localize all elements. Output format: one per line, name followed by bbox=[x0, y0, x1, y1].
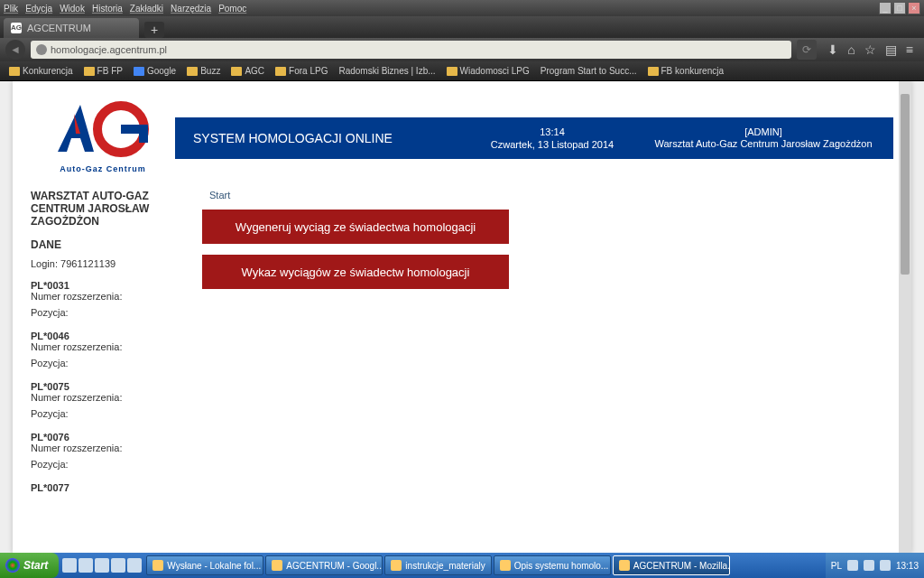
folder-icon bbox=[9, 67, 20, 76]
back-button[interactable]: ◄ bbox=[5, 40, 25, 60]
bookmark-item[interactable]: Radomski Biznes | Izb... bbox=[335, 64, 439, 78]
url-text: homologacje.agcentrum.pl bbox=[51, 44, 167, 55]
tray-clock[interactable]: 13:13 bbox=[896, 561, 919, 571]
folder-icon bbox=[84, 67, 95, 76]
firefox-menubar: Plik Edycja Widok Historia Zakładki Narz… bbox=[0, 0, 924, 16]
sidebar: WARSZTAT AUTO-GAZ CENTRUM JAROSŁAW ZAGOŻ… bbox=[31, 190, 193, 506]
windows-logo-icon bbox=[5, 558, 20, 573]
ql-icon[interactable] bbox=[62, 558, 77, 573]
window-maximize[interactable]: □ bbox=[893, 2, 906, 14]
ql-icon[interactable] bbox=[111, 558, 125, 573]
bookmark-item[interactable]: Buzz bbox=[183, 64, 224, 78]
login-info: Login: 7961121139 bbox=[31, 258, 193, 269]
tab-bar: AG AGCENTRUM + bbox=[0, 16, 924, 38]
app-icon bbox=[152, 560, 163, 571]
header-user: Warsztat Auto-Gaz Centrum Jarosław Zagoż… bbox=[641, 138, 886, 150]
header-role: [ADMIN] bbox=[641, 126, 886, 138]
folder-icon bbox=[447, 67, 457, 76]
bookmark-item[interactable]: FB konkurencja bbox=[644, 64, 727, 78]
vertical-scrollbar[interactable] bbox=[899, 81, 911, 553]
windows-taskbar: Start Wysłane - Lokalne fol... AGCENTRUM… bbox=[0, 553, 924, 578]
browser-tab[interactable]: AG AGCENTRUM bbox=[4, 18, 139, 38]
quick-launch bbox=[59, 558, 145, 573]
cert-block: PL*0077 bbox=[31, 482, 193, 493]
taskbar-item[interactable]: Opis systemu homolo... bbox=[494, 555, 611, 575]
app-icon bbox=[619, 560, 630, 571]
folder-icon bbox=[648, 67, 659, 76]
folder-icon bbox=[275, 67, 286, 76]
bookmark-item[interactable]: Konkurencja bbox=[5, 64, 77, 78]
hamburger-icon[interactable]: ≡ bbox=[906, 42, 913, 57]
app-icon bbox=[500, 560, 511, 571]
logo: Auto-Gaz Centrum bbox=[40, 98, 166, 173]
bookmark-star-icon[interactable]: ☆ bbox=[864, 42, 876, 57]
app-icon bbox=[272, 560, 282, 571]
tray-lang[interactable]: PL bbox=[831, 561, 842, 571]
system-title: SYSTEM HOMOLOGACJI ONLINE bbox=[175, 131, 464, 145]
dane-heading: DANE bbox=[31, 238, 193, 251]
breadcrumb[interactable]: Start bbox=[202, 190, 893, 200]
tray-icon[interactable] bbox=[864, 560, 874, 571]
logo-subtitle: Auto-Gaz Centrum bbox=[40, 164, 166, 173]
cert-block: PL*0031 Numer rozszerzenia: Pozycja: bbox=[31, 280, 193, 318]
address-bar[interactable]: homologacje.agcentrum.pl bbox=[31, 41, 791, 59]
page-viewport: Auto-Gaz Centrum SYSTEM HOMOLOGACJI ONLI… bbox=[0, 81, 924, 553]
tray-icon[interactable] bbox=[847, 560, 858, 571]
menu-edit[interactable]: Edycja bbox=[25, 4, 52, 14]
svg-rect-2 bbox=[139, 125, 148, 143]
ag-logo-icon bbox=[49, 98, 157, 161]
main-area: Start Wygeneruj wyciąg ze świadectwa hom… bbox=[202, 190, 893, 300]
taskbar-item[interactable]: instrukcje_materialy bbox=[384, 555, 491, 575]
taskbar-item[interactable]: AGCENTRUM - Googl... bbox=[265, 555, 383, 575]
cert-block: PL*0046 Numer rozszerzenia: Pozycja: bbox=[31, 331, 193, 368]
home-icon[interactable]: ⌂ bbox=[847, 42, 855, 57]
app-icon bbox=[391, 560, 402, 571]
bookmark-item[interactable]: Google bbox=[130, 64, 180, 78]
page-content: Auto-Gaz Centrum SYSTEM HOMOLOGACJI ONLI… bbox=[13, 81, 911, 553]
bookmark-item[interactable]: FB FP bbox=[80, 64, 126, 78]
menu-tools[interactable]: Narzędzia bbox=[171, 4, 211, 14]
bookmark-item[interactable]: Wiadomosci LPG bbox=[443, 64, 533, 78]
start-button[interactable]: Start bbox=[0, 553, 59, 578]
ql-icon[interactable] bbox=[95, 558, 109, 573]
cert-block: PL*0075 Numer rozszerzenia: Pozycja: bbox=[31, 381, 193, 419]
bookmark-item[interactable]: Program Start to Succ... bbox=[537, 64, 641, 78]
bookmarks-bar: Konkurencja FB FP Google Buzz AGC Fora L… bbox=[0, 61, 924, 81]
tray-icon[interactable] bbox=[880, 560, 891, 571]
tab-title: AGCENTRUM bbox=[27, 23, 91, 33]
scrollbar-thumb[interactable] bbox=[901, 94, 910, 275]
tab-favicon: AG bbox=[11, 23, 22, 33]
header-date: Czwartek, 13 Listopad 2014 bbox=[464, 138, 641, 151]
generate-extract-button[interactable]: Wygeneruj wyciąg ze świadectwa homologac… bbox=[202, 210, 509, 244]
download-icon[interactable]: ⬇ bbox=[827, 42, 838, 57]
google-icon bbox=[134, 67, 144, 76]
header-time: 13:14 bbox=[464, 126, 641, 138]
bookmark-item[interactable]: AGC bbox=[227, 64, 268, 78]
list-extracts-button[interactable]: Wykaz wyciągów ze świadectw homologacji bbox=[202, 255, 509, 289]
system-tray: PL 13:13 bbox=[826, 553, 924, 578]
globe-icon bbox=[36, 44, 47, 55]
menu-list-icon[interactable]: ▤ bbox=[885, 42, 897, 57]
menu-bookmarks[interactable]: Zakładki bbox=[130, 4, 163, 14]
workshop-title: WARSZTAT AUTO-GAZ CENTRUM JAROSŁAW ZAGOŻ… bbox=[31, 190, 193, 228]
folder-icon bbox=[187, 67, 198, 76]
new-tab-button[interactable]: + bbox=[144, 22, 164, 38]
reload-button[interactable]: ⟳ bbox=[797, 40, 817, 60]
taskbar-item[interactable]: Wysłane - Lokalne fol... bbox=[146, 555, 263, 575]
cert-block: PL*0076 Numer rozszerzenia: Pozycja: bbox=[31, 432, 193, 470]
menu-file[interactable]: Plik bbox=[4, 4, 18, 14]
taskbar-item-active[interactable]: AGCENTRUM - Mozilla... bbox=[613, 555, 730, 575]
url-toolbar: ◄ homologacje.agcentrum.pl ⟳ ⬇ ⌂ ☆ ▤ ≡ bbox=[0, 38, 924, 61]
ql-icon[interactable] bbox=[127, 558, 142, 573]
menu-help[interactable]: Pomoc bbox=[218, 4, 246, 14]
menu-view[interactable]: Widok bbox=[60, 4, 85, 14]
menu-history[interactable]: Historia bbox=[92, 4, 123, 14]
window-close[interactable]: × bbox=[908, 2, 920, 14]
folder-icon bbox=[231, 67, 242, 76]
header-banner: SYSTEM HOMOLOGACJI ONLINE 13:14 Czwartek… bbox=[175, 117, 893, 159]
bookmark-item[interactable]: Fora LPG bbox=[272, 64, 331, 78]
ql-icon[interactable] bbox=[79, 558, 93, 573]
window-minimize[interactable]: _ bbox=[879, 2, 892, 14]
